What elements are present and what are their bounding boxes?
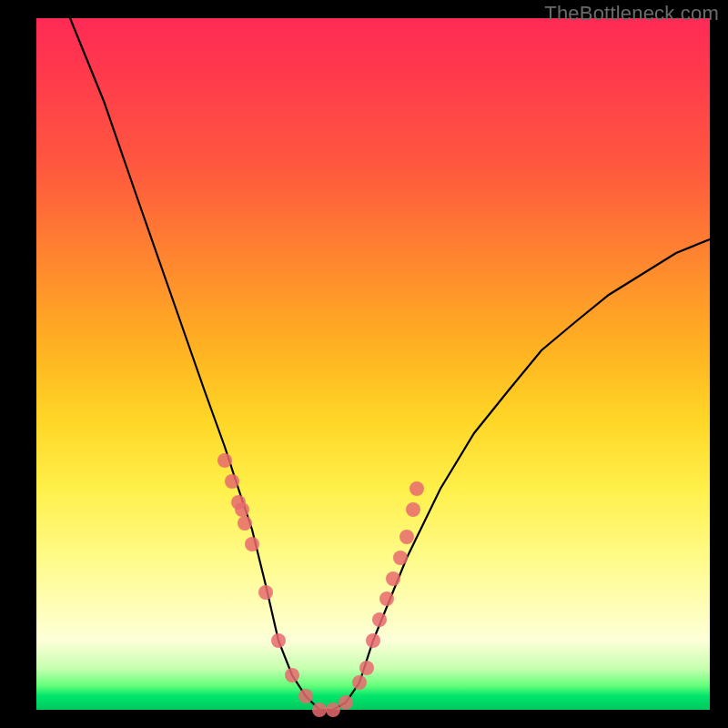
- sample-points: [217, 453, 424, 717]
- svg-point-18: [386, 571, 400, 586]
- plot-area: [36, 18, 710, 710]
- svg-point-7: [271, 633, 286, 648]
- svg-point-8: [285, 668, 299, 682]
- watermark-text: TheBottleneck.com: [544, 2, 719, 25]
- chart-frame: TheBottleneck.com: [0, 0, 728, 728]
- svg-point-19: [393, 551, 408, 565]
- svg-point-3: [235, 502, 249, 517]
- svg-point-16: [372, 612, 387, 627]
- svg-point-5: [245, 537, 259, 551]
- svg-point-11: [326, 703, 340, 717]
- chart-svg: [36, 18, 710, 710]
- svg-point-22: [410, 481, 424, 496]
- svg-point-20: [399, 530, 414, 544]
- svg-point-13: [352, 675, 367, 690]
- bottleneck-curve: [70, 18, 710, 710]
- svg-point-0: [217, 453, 232, 468]
- svg-point-14: [359, 661, 374, 675]
- svg-point-17: [379, 592, 394, 606]
- svg-point-1: [225, 474, 239, 489]
- svg-point-10: [312, 703, 327, 717]
- svg-point-12: [339, 695, 353, 710]
- svg-point-4: [238, 516, 252, 531]
- svg-point-9: [298, 689, 313, 703]
- svg-point-15: [366, 633, 380, 648]
- svg-point-21: [406, 502, 420, 517]
- svg-point-6: [258, 585, 273, 600]
